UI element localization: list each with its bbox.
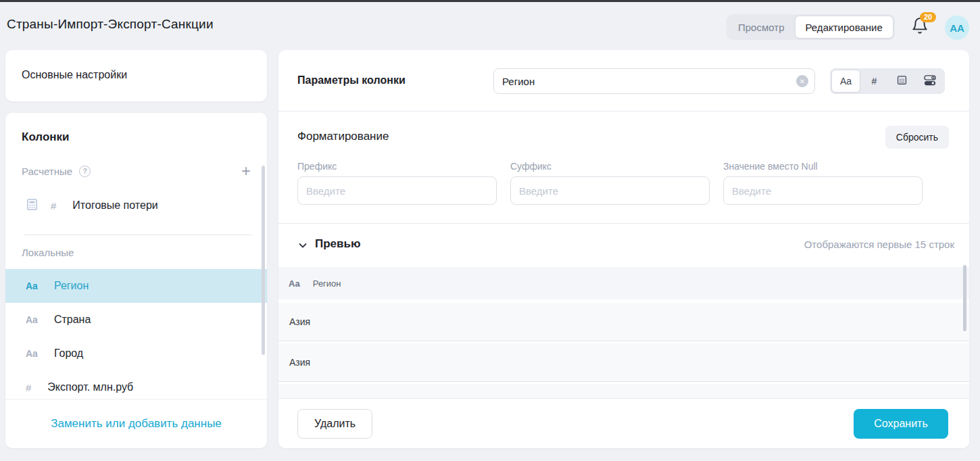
column-item-label: Город xyxy=(54,347,83,360)
add-calculated-column-button[interactable]: + xyxy=(241,164,251,178)
text-type-icon: Аа xyxy=(289,278,300,289)
table-row: Азия xyxy=(278,343,969,382)
text-type-icon: Aa xyxy=(26,348,38,359)
sidebar-item-country[interactable]: Aa Страна xyxy=(5,303,267,337)
column-params-title: Параметры колонки xyxy=(297,74,406,87)
calculated-label: Расчетные xyxy=(22,166,72,177)
type-boolean-option[interactable] xyxy=(916,70,944,93)
top-header: Страны-Импорт-Экспорт-Санкции Просмотр Р… xyxy=(0,2,980,50)
avatar[interactable]: АА xyxy=(945,16,969,40)
help-icon[interactable]: ? xyxy=(79,166,91,177)
columns-card: Колонки Расчетные ? + # Итоговые потери … xyxy=(5,113,267,448)
suffix-field-group: Суффикс xyxy=(510,161,710,205)
bell-icon xyxy=(911,25,929,37)
column-params-panel: Параметры колонки ✕ Aa # xyxy=(278,50,969,448)
main-settings-label: Основные настройки xyxy=(22,69,127,81)
calculated-section-header: Расчетные ? + xyxy=(22,163,251,179)
prefix-field-group: Префикс xyxy=(297,161,497,205)
prefix-label: Префикс xyxy=(297,161,497,172)
null-value-label: Значение вместо Null xyxy=(723,161,923,172)
delete-button[interactable]: Удалить xyxy=(297,409,372,439)
divider xyxy=(24,235,252,235)
number-type-icon: # xyxy=(26,382,31,393)
column-item-label: Экспорт. млн.руб xyxy=(47,381,133,393)
column-item-label: Итоговые потери xyxy=(72,199,157,212)
preview-table-header: Аа Регион xyxy=(278,267,969,299)
preview-table-body: Азия Азия xyxy=(278,303,969,398)
column-item-label: Страна xyxy=(54,314,91,326)
type-date-option[interactable] xyxy=(888,70,916,93)
number-type-icon: # xyxy=(51,200,56,212)
save-button[interactable]: Сохранить xyxy=(854,409,948,439)
prefix-input[interactable] xyxy=(297,176,497,205)
preview-scrollbar[interactable] xyxy=(963,265,966,331)
replace-or-add-data-link[interactable]: Заменить или добавить данные xyxy=(5,399,267,448)
columns-title: Колонки xyxy=(22,130,70,144)
column-params-header: Параметры колонки ✕ Aa # xyxy=(278,50,969,112)
calendar-icon xyxy=(896,74,908,88)
type-number-option[interactable]: # xyxy=(860,70,888,93)
notifications-button[interactable]: 20 xyxy=(911,17,931,37)
page-title: Страны-Импорт-Экспорт-Санкции xyxy=(7,17,214,32)
sidebar-scrollbar[interactable] xyxy=(262,166,265,355)
null-value-field-group: Значение вместо Null xyxy=(723,161,923,205)
preview-column-name: Регион xyxy=(313,278,341,289)
toggles-icon xyxy=(923,74,937,89)
preview-rows-note: Отображаются первые 15 строк xyxy=(804,239,954,250)
preview-header: Превью Отображаются первые 15 строк xyxy=(278,223,969,267)
clear-icon[interactable]: ✕ xyxy=(796,75,808,87)
table-row: Азия xyxy=(278,303,969,341)
text-type-icon: Aa xyxy=(26,314,38,325)
type-text-option[interactable]: Aa xyxy=(831,70,860,93)
calculator-icon xyxy=(26,198,39,214)
table-row xyxy=(278,384,969,398)
sidebar-item-export[interactable]: # Экспорт. млн.руб xyxy=(5,370,267,399)
chevron-down-icon[interactable] xyxy=(297,240,308,253)
preview-title: Превью xyxy=(315,237,360,251)
column-name-field-wrap: ✕ xyxy=(493,68,815,94)
sidebar-item-city[interactable]: Aa Город xyxy=(5,337,267,370)
suffix-label: Суффикс xyxy=(510,161,710,172)
text-type-icon: Aa xyxy=(26,281,38,291)
local-label: Локальные xyxy=(22,247,74,258)
suffix-input[interactable] xyxy=(510,176,710,205)
reset-button[interactable]: Сбросить xyxy=(885,126,949,149)
column-item-label: Регион xyxy=(54,280,89,292)
mode-edit-button[interactable]: Редактирование xyxy=(795,16,893,39)
calculated-column-item[interactable]: # Итоговые потери xyxy=(5,189,267,222)
column-type-segmented-control: Aa # xyxy=(830,68,945,94)
column-name-input[interactable] xyxy=(493,68,815,94)
null-value-input[interactable] xyxy=(723,176,923,205)
panel-footer: Удалить Сохранить xyxy=(278,398,969,448)
mode-view-button[interactable]: Просмотр xyxy=(728,16,795,39)
sidebar-item-region[interactable]: Aa Регион xyxy=(5,269,267,303)
local-columns-list: Aa Регион Aa Страна Aa Город # Экспорт. … xyxy=(5,269,267,399)
main-settings-card[interactable]: Основные настройки xyxy=(5,50,267,101)
notification-badge: 20 xyxy=(920,12,936,22)
formatting-title: Форматирование xyxy=(297,130,389,143)
mode-toggle: Просмотр Редактирование xyxy=(727,14,895,40)
